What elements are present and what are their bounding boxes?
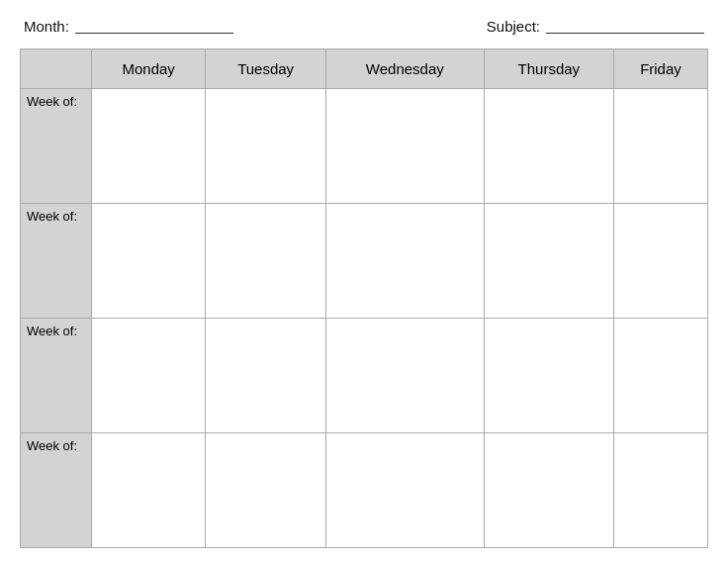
subject-underline[interactable]: [546, 20, 704, 34]
cell-row4-tuesday[interactable]: [206, 433, 326, 548]
header-row: Monday Tuesday Wednesday Thursday Friday: [21, 49, 708, 89]
col-friday: Friday: [613, 49, 707, 89]
cell-row4-wednesday[interactable]: [325, 433, 484, 548]
week-of-label: Week of:: [21, 204, 92, 319]
cell-row4-friday[interactable]: [613, 433, 707, 548]
week-of-label: Week of:: [21, 89, 92, 204]
cell-row3-friday[interactable]: [613, 319, 707, 433]
cell-row2-tuesday[interactable]: [206, 204, 326, 319]
week-of-label: Week of:: [21, 433, 92, 548]
cell-row2-friday[interactable]: [613, 204, 707, 319]
col-monday: Monday: [92, 49, 206, 89]
table-row: Week of:: [21, 319, 708, 433]
cell-row2-thursday[interactable]: [484, 204, 613, 319]
page: Month: Subject: Monday Tuesday Wednesday…: [0, 0, 728, 562]
subject-label: Subject:: [487, 18, 540, 35]
table-row: Week of:: [21, 433, 708, 548]
header: Month: Subject:: [20, 18, 708, 35]
month-field: Month:: [24, 18, 233, 35]
col-thursday: Thursday: [484, 49, 613, 89]
cell-row1-thursday[interactable]: [484, 89, 613, 204]
table-row: Week of:: [21, 204, 708, 319]
month-underline[interactable]: [75, 20, 233, 34]
col-wednesday: Wednesday: [325, 49, 484, 89]
subject-field: Subject:: [487, 18, 704, 35]
cell-row3-thursday[interactable]: [484, 319, 613, 433]
cell-row1-tuesday[interactable]: [206, 89, 326, 204]
cell-row1-friday[interactable]: [613, 89, 707, 204]
cell-row3-tuesday[interactable]: [206, 319, 326, 433]
corner-header: [21, 49, 92, 89]
col-tuesday: Tuesday: [206, 49, 326, 89]
week-of-label: Week of:: [21, 319, 92, 433]
cell-row1-wednesday[interactable]: [325, 89, 484, 204]
cell-row2-wednesday[interactable]: [325, 204, 484, 319]
cell-row1-monday[interactable]: [92, 89, 206, 204]
cell-row4-monday[interactable]: [92, 433, 206, 548]
cell-row3-monday[interactable]: [92, 319, 206, 433]
table-row: Week of:: [21, 89, 708, 204]
cell-row3-wednesday[interactable]: [325, 319, 484, 433]
calendar-table: Monday Tuesday Wednesday Thursday Friday…: [20, 48, 708, 548]
month-label: Month:: [24, 18, 69, 35]
cell-row4-thursday[interactable]: [484, 433, 613, 548]
cell-row2-monday[interactable]: [92, 204, 206, 319]
